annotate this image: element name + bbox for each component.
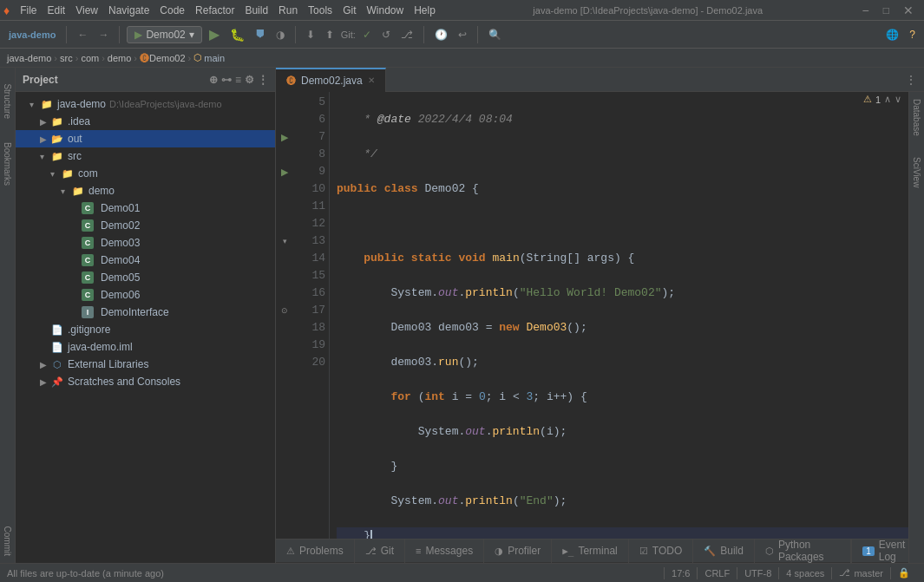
warning-nav-down[interactable]: ∨ bbox=[895, 94, 901, 105]
menu-edit[interactable]: Edit bbox=[43, 3, 71, 18]
tree-scratches[interactable]: ▶ 📌 Scratches and Consoles bbox=[16, 373, 275, 390]
tree-root[interactable]: ▾ 📁 java-demo D:\IdeaProjects\java-demo bbox=[16, 95, 275, 113]
bc-class[interactable]: 🅒 bbox=[140, 53, 149, 63]
gutter-7[interactable]: ▶ bbox=[276, 128, 293, 146]
tree-demointerface[interactable]: ▶ I DemoInterface bbox=[16, 304, 275, 321]
encoding[interactable]: UTF-8 bbox=[737, 568, 778, 579]
database-toggle[interactable]: Database bbox=[910, 92, 923, 143]
tree-demo04[interactable]: ▶ C Demo04 bbox=[16, 252, 275, 269]
profile-button[interactable]: ◑ bbox=[272, 27, 288, 43]
code-line-6: */ bbox=[337, 146, 910, 163]
git-branch-status[interactable]: ⎇ master bbox=[832, 567, 890, 579]
tab-messages[interactable]: ≡ Messages bbox=[405, 539, 484, 563]
sciview-toggle[interactable]: SciView bbox=[910, 150, 923, 194]
bookmarks-panel-toggle[interactable]: Bookmarks bbox=[1, 134, 15, 194]
ln-8: 8 bbox=[297, 146, 325, 163]
tree-demo06[interactable]: ▶ C Demo06 bbox=[16, 286, 275, 304]
menu-navigate[interactable]: Navigate bbox=[103, 3, 154, 18]
tree-ext-libs[interactable]: ▶ ⬡ External Libraries bbox=[16, 356, 275, 373]
bc-method[interactable]: main bbox=[204, 53, 225, 63]
tree-src[interactable]: ▾ 📁 src bbox=[16, 147, 275, 165]
warning-nav-up[interactable]: ∧ bbox=[884, 94, 891, 105]
tab-terminal[interactable]: ▶_ Terminal bbox=[552, 539, 629, 563]
com-folder-icon: 📁 bbox=[61, 167, 75, 180]
project-selector[interactable]: java-demo bbox=[5, 28, 59, 42]
menu-git[interactable]: Git bbox=[337, 3, 361, 18]
tab-profiler[interactable]: ◑ Profiler bbox=[484, 539, 552, 563]
structure-panel-toggle[interactable]: Structure bbox=[1, 71, 15, 132]
tree-demo[interactable]: ▾ 📁 demo bbox=[16, 182, 275, 199]
commit-panel-toggle[interactable]: Commit bbox=[1, 520, 15, 563]
menu-help[interactable]: Help bbox=[409, 3, 441, 18]
indent-setting[interactable]: 4 spaces bbox=[779, 568, 831, 579]
file-tab-demo02[interactable]: 🅒 Demo02.java ✕ bbox=[276, 68, 386, 92]
back-button[interactable]: ← bbox=[74, 27, 91, 43]
settings-button[interactable]: 🌐 bbox=[882, 27, 902, 43]
history-button[interactable]: 🕐 bbox=[431, 27, 451, 43]
project-more-icon[interactable]: ⋮ bbox=[258, 74, 268, 86]
tree-demo03[interactable]: ▶ C Demo03 bbox=[16, 234, 275, 252]
minimize-button[interactable]: − bbox=[855, 3, 876, 17]
gutter-9[interactable]: ▶ bbox=[276, 163, 293, 180]
git-update-button[interactable]: ⬇ bbox=[303, 27, 318, 43]
menu-code[interactable]: Code bbox=[154, 3, 190, 18]
tree-demo02[interactable]: ▶ C Demo02 bbox=[16, 217, 275, 234]
git-revert-button[interactable]: ↺ bbox=[378, 27, 394, 43]
editor-panel: 🅒 Demo02.java ✕ ⋮ ⚠ 1 ∧ ∨ ▶ ▶ bbox=[276, 68, 924, 563]
bc-src[interactable]: src bbox=[60, 53, 73, 63]
tab-problems[interactable]: ⚠ Problems bbox=[276, 539, 355, 563]
run-button[interactable]: ▶ bbox=[206, 24, 223, 44]
gutter-13[interactable]: ▾ bbox=[276, 232, 293, 250]
new-element-icon[interactable]: ⊕ bbox=[209, 74, 218, 86]
demo-label: demo bbox=[88, 185, 115, 197]
menu-refactor[interactable]: Refactor bbox=[190, 3, 239, 18]
menu-run[interactable]: Run bbox=[273, 3, 303, 18]
editor-gutter: ▶ ▶ ▾ ⊙ bbox=[276, 92, 293, 539]
bc-demo[interactable]: demo bbox=[108, 53, 132, 63]
lock-icon[interactable]: 🔒 bbox=[891, 567, 917, 579]
warning-indicator[interactable]: ⚠ 1 ∧ ∨ bbox=[858, 92, 907, 107]
sb-right-section: 17:6 CRLF UTF-8 4 spaces ⎇ master 🔒 bbox=[664, 567, 917, 579]
tree-com[interactable]: ▾ 📁 com bbox=[16, 165, 275, 182]
tab-build[interactable]: 🔨 Build bbox=[693, 539, 755, 563]
forward-button[interactable]: → bbox=[95, 27, 112, 43]
menu-tools[interactable]: Tools bbox=[303, 3, 337, 18]
menu-view[interactable]: View bbox=[70, 3, 103, 18]
tree-idea[interactable]: ▶ 📁 .idea bbox=[16, 113, 275, 130]
tree-out[interactable]: ▶ 📂 out bbox=[16, 130, 275, 147]
line-ending[interactable]: CRLF bbox=[698, 568, 737, 579]
tab-more-button[interactable]: ⋮ bbox=[898, 73, 924, 87]
tree-demo01[interactable]: ▶ C Demo01 bbox=[16, 199, 275, 217]
cursor-position[interactable]: 17:6 bbox=[665, 568, 697, 579]
run-config-selector[interactable]: ▶ Demo02 ▾ bbox=[127, 26, 201, 43]
bc-com[interactable]: com bbox=[81, 53, 99, 63]
tree-iml[interactable]: ▶ 📄 java-demo.iml bbox=[16, 338, 275, 356]
search-button[interactable]: 🔍 bbox=[485, 27, 505, 43]
tree-gitignore[interactable]: ▶ 📄 .gitignore bbox=[16, 321, 275, 338]
git-branch-button[interactable]: ⎇ bbox=[397, 27, 416, 43]
git-commit-button[interactable]: ✓ bbox=[359, 27, 375, 43]
collapse-all-icon[interactable]: ≡ bbox=[235, 74, 241, 86]
scroll-to-current-icon[interactable]: ⊶ bbox=[221, 74, 232, 86]
tab-close-icon[interactable]: ✕ bbox=[368, 75, 375, 85]
tab-git[interactable]: ⎇ Git bbox=[355, 539, 405, 563]
menu-window[interactable]: Window bbox=[361, 3, 409, 18]
code-editor[interactable]: ▶ ▶ ▾ ⊙ 5 6 7 8 9 bbox=[276, 92, 924, 539]
bc-classname[interactable]: Demo02 bbox=[149, 53, 186, 63]
help-button[interactable]: ? bbox=[906, 27, 919, 43]
close-button[interactable]: ✕ bbox=[896, 3, 921, 17]
menu-build[interactable]: Build bbox=[239, 3, 273, 18]
tab-todo[interactable]: ☑ TODO bbox=[629, 539, 693, 563]
bc-project[interactable]: java-demo bbox=[7, 53, 51, 63]
menu-file[interactable]: File bbox=[15, 3, 42, 18]
debug-button[interactable]: 🐛 bbox=[226, 26, 248, 43]
tab-python-packages[interactable]: ⬡ Python Packages bbox=[755, 539, 851, 563]
project-settings-icon[interactable]: ⚙ bbox=[245, 74, 254, 86]
git-push-button[interactable]: ⬆ bbox=[322, 27, 337, 43]
undo-button[interactable]: ↩ bbox=[455, 27, 470, 43]
tree-demo05[interactable]: ▶ C Demo05 bbox=[16, 269, 275, 286]
coverage-button[interactable]: ⛊ bbox=[252, 27, 269, 43]
code-content[interactable]: * @date 2022/4/4 08:04 */ public class D… bbox=[330, 92, 917, 539]
code-line-5: * @date 2022/4/4 08:04 bbox=[337, 111, 910, 128]
maximize-button[interactable]: □ bbox=[876, 4, 896, 16]
